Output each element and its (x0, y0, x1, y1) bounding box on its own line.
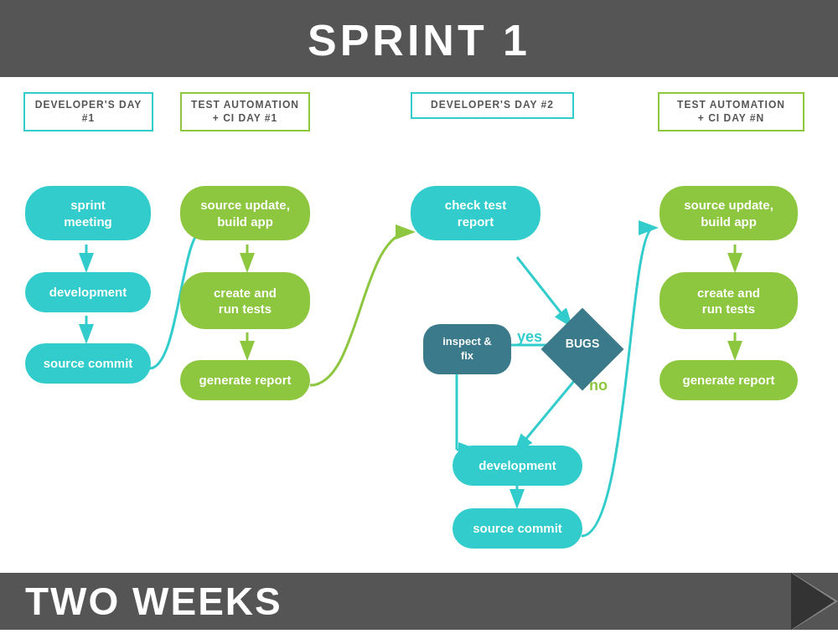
page-header: SPRINT 1 (0, 0, 838, 77)
two-weeks-label: TWO WEEKS (25, 579, 282, 624)
source-update-1-box: source update,build app (180, 186, 310, 240)
source-commit-2-box: source commit (453, 508, 582, 549)
yes-label: yes (517, 328, 542, 346)
two-weeks-bar: TWO WEEKS (0, 573, 838, 630)
no-label: no (589, 377, 608, 394)
create-run-tests-2-box: create andrun tests (660, 272, 798, 329)
col-header-test-ci-day-1: TEST AUTOMATION+ CI DAY #1 (180, 92, 310, 131)
inspect-fix-box: inspect &fix (423, 324, 511, 374)
bugs-label: BUGS (549, 337, 616, 350)
generate-report-1-box: generate report (180, 360, 310, 400)
col-header-dev-day-1: DEVELOPER'S DAY #1 (23, 92, 153, 131)
generate-report-2-box: generate report (660, 360, 798, 400)
bugs-diamond-container: BUGS (549, 316, 616, 383)
source-update-2-box: source update,build app (660, 186, 798, 240)
source-commit-1-box: source commit (25, 343, 151, 384)
col-header-test-ci-day-n: TEST AUTOMATION+ CI DAY #N (658, 92, 804, 131)
two-weeks-arrow-fg (791, 573, 835, 630)
create-run-tests-1-box: create andrun tests (180, 272, 310, 329)
development-1-box: development (25, 272, 151, 312)
sprint-meeting-box: sprintmeeting (25, 186, 151, 240)
page-title: SPRINT 1 (0, 15, 838, 65)
main-content: DEVELOPER'S DAY #1 TEST AUTOMATION+ CI D… (0, 77, 838, 630)
svg-line-4 (517, 257, 570, 324)
col-header-dev-day-2: DEVELOPER'S DAY #2 (411, 92, 574, 119)
development-2-box: development (453, 446, 582, 486)
check-test-report-box: check testreport (411, 186, 541, 240)
